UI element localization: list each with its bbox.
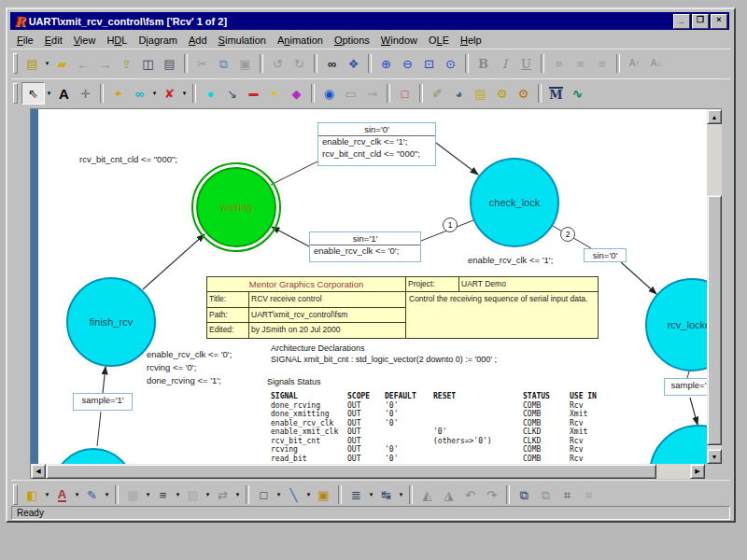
action-label[interactable]: enable_rcv_clk <= '0'; (147, 349, 232, 359)
menu-view[interactable]: View (68, 34, 102, 47)
menu-animation[interactable]: Animation (272, 34, 329, 47)
decision-tool-button[interactable]: ◆ (286, 83, 307, 104)
rectangle-tool-button[interactable]: □ (253, 484, 275, 505)
image-tool-button[interactable]: ▣ (313, 484, 334, 505)
dropdown-caret-icon[interactable]: ▾ (275, 491, 283, 498)
line-width-button[interactable]: ≡ (152, 484, 174, 505)
undo-button[interactable]: ↺ (267, 53, 289, 74)
close-button[interactable]: × (711, 14, 727, 29)
vertical-scrollbar[interactable]: ▲ ▼ (707, 109, 722, 464)
transition-box-sin0-top[interactable]: sin='0' enable_rcv_clk <= '1'; rcv_bit_c… (317, 122, 436, 166)
frame-tool-button[interactable]: □ (394, 83, 416, 104)
cut-button[interactable]: ✂ (191, 53, 213, 74)
distribute-objects-button[interactable]: ↹ (375, 484, 397, 505)
up-level-button[interactable]: ⇧ (116, 53, 137, 74)
align-right-button[interactable]: ≡ (591, 53, 613, 74)
fill-pattern-button[interactable]: ▨ (182, 484, 204, 505)
zoom-in-button[interactable]: ⊕ (375, 53, 397, 74)
modelsim-button[interactable]: M (545, 83, 567, 104)
state-finish-rcv[interactable]: finish_rcv (66, 277, 156, 367)
state-tool-button[interactable]: ● (200, 83, 221, 104)
align-left-button[interactable]: ≡ (548, 53, 570, 74)
group-button[interactable]: ⌗ (557, 484, 578, 505)
dropdown-caret-icon[interactable]: ▾ (73, 491, 81, 498)
scroll-up-button[interactable]: ▲ (707, 109, 722, 124)
new-sheet-button[interactable]: ▤ (21, 53, 43, 74)
dropdown-caret-icon[interactable]: ▾ (180, 90, 189, 97)
diagram-canvas[interactable]: waiting check_lock finish_rcv rcv_locked… (30, 108, 722, 479)
start-state-button[interactable]: ◉ (318, 83, 340, 104)
bold-button[interactable]: B (472, 53, 494, 74)
forward-button[interactable]: → (94, 53, 116, 74)
dropdown-caret-icon[interactable]: ▾ (103, 491, 111, 498)
select-tool-button[interactable]: ⇖ (21, 82, 45, 105)
back-button[interactable]: ← (73, 53, 94, 74)
priority-badge-2[interactable]: 2 (560, 227, 575, 242)
italic-button[interactable]: I (494, 53, 515, 74)
interrupt-stub-button[interactable]: ⊸ (361, 83, 383, 104)
toolbar-grip[interactable] (13, 484, 18, 505)
transition-box-sample-left[interactable]: sample='1' (73, 393, 133, 411)
maximize-button[interactable]: ❐ (692, 14, 709, 29)
dropdown-caret-icon[interactable]: ▾ (43, 491, 51, 498)
flip-vertical-button[interactable]: ◮ (438, 484, 459, 505)
pen-edit-button[interactable]: ✐ (427, 83, 448, 104)
transition-box-sin1[interactable]: sin='1' enable_rcv_clk <= '0'; (309, 231, 421, 262)
print-button[interactable]: ▤ (159, 53, 180, 74)
redo-button[interactable]: ↻ (289, 53, 310, 74)
link-stub-button[interactable]: ▭ (340, 83, 361, 104)
delete-state-button[interactable]: ✘ (159, 83, 180, 104)
priority-badge-1[interactable]: 1 (443, 217, 458, 232)
state-check-lock[interactable]: check_lock (470, 158, 559, 247)
menu-ole[interactable]: OLE (423, 34, 455, 47)
toolbar-grip[interactable] (13, 53, 18, 74)
action-label[interactable]: enable_rcv_clk <= '1'; (468, 255, 553, 265)
dropdown-caret-icon[interactable]: ▾ (144, 491, 152, 498)
send-to-back-button[interactable]: ⧉ (535, 484, 557, 505)
copy-button[interactable]: ⧉ (213, 53, 234, 74)
menu-diagram[interactable]: Diagram (133, 34, 183, 47)
dropdown-caret-icon[interactable]: ▾ (304, 491, 313, 498)
dropdown-caret-icon[interactable]: ▾ (233, 491, 242, 498)
zoom-area-button[interactable]: ⊡ (418, 53, 440, 74)
menu-file[interactable]: File (11, 34, 39, 47)
properties-button[interactable]: ❖ (343, 53, 364, 74)
menu-add[interactable]: Add (183, 34, 213, 47)
line-style-button[interactable]: ⇄ (212, 484, 233, 505)
font-grow-button[interactable]: A↑ (624, 53, 645, 74)
fill-color-button[interactable]: ◧ (21, 484, 43, 505)
action-label[interactable]: rcv_bit_cnt_cld <= "000"; (79, 154, 177, 164)
font-shrink-button[interactable]: A↓ (645, 53, 667, 74)
menu-options[interactable]: Options (329, 34, 375, 47)
toolbar-grip[interactable] (13, 83, 18, 104)
paste-button[interactable]: ▣ (234, 53, 256, 74)
dropdown-caret-icon[interactable]: ▾ (397, 491, 405, 498)
transition-tool-button[interactable]: ↘ (221, 83, 243, 104)
zoom-out-button[interactable]: ⊖ (397, 53, 418, 74)
horizontal-scroll-thumb[interactable] (46, 464, 656, 479)
view-hdl-button[interactable]: ▤ (470, 83, 491, 104)
menu-hdl[interactable]: HDL (101, 34, 133, 47)
underline-button[interactable]: U (515, 53, 537, 74)
horizontal-scrollbar[interactable]: ◀ ▶ (31, 464, 722, 479)
condition-oval-button[interactable]: ● (264, 83, 286, 104)
menu-window[interactable]: Window (375, 34, 423, 47)
generate-run-button[interactable]: ⚙ (513, 83, 534, 104)
text-tool-button[interactable]: A (53, 83, 75, 104)
dropdown-caret-icon[interactable]: ▾ (174, 491, 182, 498)
generate-hdl-button[interactable]: ⚙ (491, 83, 513, 104)
rule-check-button[interactable]: ◕ (448, 83, 470, 104)
dropdown-caret-icon[interactable]: ▾ (43, 60, 51, 67)
line-color-button[interactable]: ✎ (81, 484, 103, 505)
save-button[interactable]: ◫ (137, 53, 159, 74)
rotate-right-button[interactable]: ↷ (481, 484, 502, 505)
scroll-down-button[interactable]: ▼ (707, 449, 722, 464)
scroll-right-button[interactable]: ▶ (690, 464, 705, 479)
bring-to-front-button[interactable]: ⧉ (514, 484, 535, 505)
open-button[interactable]: ▰ (51, 53, 73, 74)
find-button[interactable]: ∞ (321, 53, 343, 74)
menu-help[interactable]: Help (455, 34, 487, 47)
simulation-wave-button[interactable]: ∿ (567, 83, 588, 104)
action-label[interactable]: rcving <= '0'; (147, 362, 196, 372)
title-block[interactable]: Mentor Graphics Corporation Title:RCV re… (206, 276, 599, 339)
